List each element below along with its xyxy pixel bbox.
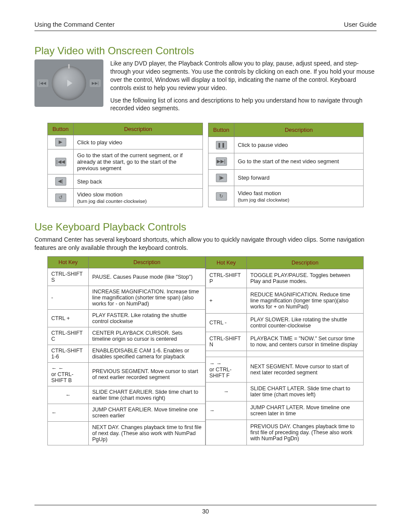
table-row: CTRL-SHIFT 1-6ENABLE/DISABLE CAM 1-6. En… — [48, 345, 206, 363]
play-icon: ▶ — [55, 138, 66, 146]
table-row: CTRL-SHIFT NPLAYBACK TIME = "NOW." Set c… — [206, 332, 364, 351]
table-row: ↻ Video fast motion (turn jog dial clock… — [209, 186, 364, 207]
table-row: →SLIDE CHART LATER. Slide time chart to … — [206, 382, 364, 401]
col-hotkey: Hot Key — [48, 257, 89, 268]
table-row: CTRL-SHIFT SPAUSE. Causes Pause mode (li… — [48, 268, 206, 286]
table-row: ▶▶| Go to the start of the next video se… — [209, 153, 364, 170]
table-row: ←SLIDE CHART EARLIER. Slide time chart t… — [48, 386, 206, 404]
section1-intro-p2: Use the following list of icons and desc… — [110, 96, 377, 113]
cell-desc: Step back — [74, 174, 203, 189]
cell-desc: Video fast motion (turn jog dial clockwi… — [234, 186, 364, 207]
step-forward-icon: |▶ — [216, 174, 227, 182]
table-row: ▶ Click to play video — [48, 135, 203, 149]
next-segment-icon: ▶▶| — [216, 157, 227, 166]
table-row: NEXT DAY. Changes playback time to first… — [48, 422, 206, 445]
thumb-jogdial-icon — [52, 66, 86, 100]
header-right: User Guide — [344, 21, 377, 28]
page-number: 30 — [202, 508, 209, 515]
col-description: Description — [247, 257, 364, 269]
table-header-row: Button Description — [48, 123, 203, 135]
keyboard-table-right: Hot Key Description CTRL-SHIFT PTOGGLE P… — [206, 256, 364, 445]
table-row: CTRL -PLAY SLOWER. Like rotating the shu… — [206, 313, 364, 332]
table-row: CTRL-SHIFT CCENTER PLAYBACK CURSOR. Sets… — [48, 327, 206, 345]
page-header: Using the Command Center User Guide — [34, 21, 377, 31]
section1-intro-p1: Like any DVD player, the Playback Contro… — [110, 59, 377, 92]
playback-buttons-table-left: Button Description ▶ Click to play video… — [47, 123, 203, 207]
table-row: +REDUCE MAGNIFICATION. Reduce time line … — [206, 288, 364, 313]
col-hotkey: Hot Key — [206, 257, 247, 269]
col-description: Description — [74, 123, 203, 135]
table-header-row: Hot Key Description — [206, 257, 364, 269]
thumb-next-icon: ▶▶| — [90, 79, 101, 87]
col-button: Button — [48, 123, 74, 135]
cell-desc: Click to play video — [74, 135, 203, 149]
cell-desc: Video slow motion (turn jog dial counter… — [74, 189, 203, 207]
table-row — [206, 351, 364, 357]
col-button: Button — [209, 123, 234, 137]
step-back-icon: ◀| — [55, 177, 66, 186]
section1-intro: Like any DVD player, the Playback Contro… — [110, 59, 377, 117]
pause-icon: ❚❚ — [216, 141, 227, 149]
table-row: → → or CTRL-SHIFT FNEXT SEGMENT. Move cu… — [206, 357, 364, 382]
table-row: CTRL +PLAY FASTER. Like rotating the shu… — [48, 310, 206, 327]
table-header-row: Button Description — [209, 123, 364, 137]
cell-desc: Step forward — [234, 170, 364, 186]
table-row: -INCREASE MAGNIFICATION. Increase time l… — [48, 286, 206, 310]
page-footer: 30 — [34, 505, 377, 515]
col-description: Description — [89, 257, 206, 268]
cell-desc: Click to pause video — [234, 137, 364, 153]
table-row: →JUMP CHART LATER. Move timeline one scr… — [206, 401, 364, 420]
section1-title: Play Video with Onscreen Controls — [34, 45, 377, 57]
table-row: PREVIOUS DAY. Changes playback time to f… — [206, 420, 364, 445]
table-row: ↺ Video slow motion (turn jog dial count… — [48, 189, 203, 207]
fast-motion-icon: ↻ — [216, 192, 227, 201]
section2-intro: Command Center has several keyboard shor… — [34, 236, 377, 252]
cell-desc: Go to the start of the current segment, … — [74, 149, 203, 174]
playback-buttons-table-right: Button Description ❚❚ Click to pause vid… — [208, 123, 364, 207]
table-header-row: Hot Key Description — [48, 257, 206, 268]
table-row: ◀| Step back — [48, 174, 203, 189]
table-row: ← ← or CTRL-SHIFT BPREVIOUS SEGMENT. Mov… — [48, 363, 206, 386]
table-row: |◀◀ Go to the start of the current segme… — [48, 149, 203, 174]
thumb-prev-icon: |◀◀ — [37, 79, 48, 87]
section2-title: Use Keyboard Playback Controls — [34, 221, 377, 233]
playback-controls-thumbnail: |◀◀ ▶▶| — [34, 59, 103, 107]
cell-desc: Go to the start of the next video segmen… — [234, 153, 364, 170]
prev-segment-icon: |◀◀ — [55, 158, 66, 166]
table-row: CTRL-SHIFT PTOGGLE PLAY/PAUSE. Toggles b… — [206, 269, 364, 288]
col-description: Description — [234, 123, 364, 137]
slow-motion-icon: ↺ — [55, 193, 66, 202]
table-row: ←JUMP CHART EARLIER. Move timeline one s… — [48, 404, 206, 422]
table-row: |▶ Step forward — [209, 170, 364, 186]
keyboard-table-left: Hot Key Description CTRL-SHIFT SPAUSE. C… — [47, 256, 206, 445]
table-row: ❚❚ Click to pause video — [209, 137, 364, 153]
header-left: Using the Command Center — [34, 21, 115, 28]
